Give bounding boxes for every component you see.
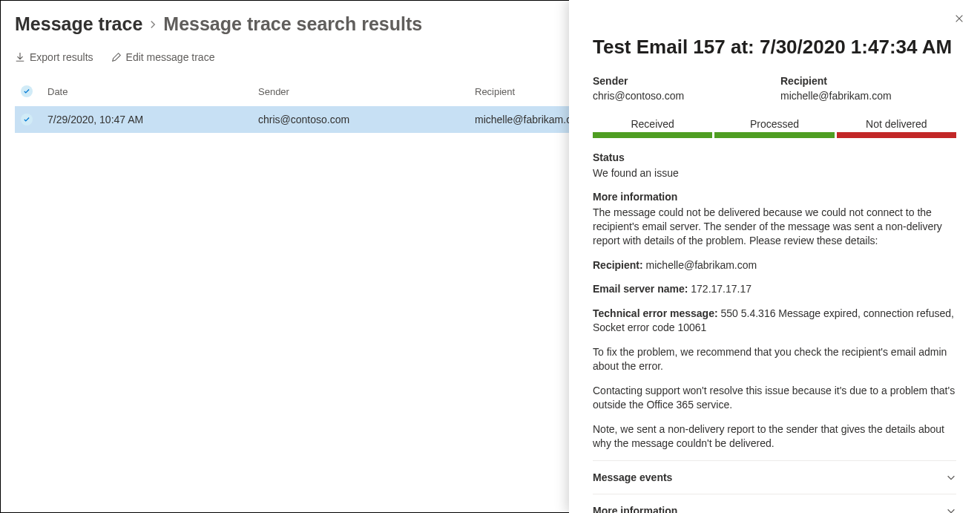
fix-paragraph: To fix the problem, we recommend that yo… xyxy=(593,345,956,373)
breadcrumb-current: Message trace search results xyxy=(163,13,422,35)
chevron-right-icon xyxy=(148,16,157,33)
edit-message-trace-button[interactable]: Edit message trace xyxy=(111,51,215,63)
close-button[interactable] xyxy=(949,9,970,30)
close-icon xyxy=(954,13,964,26)
status-received-label: Received xyxy=(593,118,712,130)
status-received-bar xyxy=(593,132,712,138)
more-info-body: The message could not be delivered becau… xyxy=(593,206,956,451)
note-paragraph: Note, we sent a non-delivery report to t… xyxy=(593,422,956,451)
status-notdelivered-label: Not delivered xyxy=(837,118,956,130)
sender-recipient-row: Sender chris@contoso.com Recipient miche… xyxy=(593,75,956,102)
sender-label: Sender xyxy=(593,75,769,87)
message-events-label: Message events xyxy=(593,471,672,483)
edit-message-trace-label: Edit message trace xyxy=(126,51,215,63)
details-flyout: Test Email 157 at: 7/30/2020 1:47:34 AM … xyxy=(569,0,980,513)
export-results-button[interactable]: Export results xyxy=(15,51,93,63)
more-information-label: More information xyxy=(593,505,677,513)
flyout-title: Test Email 157 at: 7/30/2020 1:47:34 AM xyxy=(593,36,956,59)
message-events-expander[interactable]: Message events xyxy=(593,460,956,494)
delivery-status-bar: Received Processed Not delivered xyxy=(593,118,956,138)
row-date: 7/29/2020, 10:47 AM xyxy=(47,114,258,125)
more-info-heading: More information xyxy=(593,191,956,203)
status-notdelivered-bar xyxy=(837,132,956,138)
export-results-label: Export results xyxy=(30,51,93,63)
pencil-icon xyxy=(111,52,122,62)
download-icon xyxy=(15,52,25,62)
support-paragraph: Contacting support won't resolve this is… xyxy=(593,384,956,412)
status-heading: Status xyxy=(593,151,956,163)
recipient-value: michelle@fabrikam.com xyxy=(780,90,956,102)
detail-error: Technical error message: 550 5.4.316 Mes… xyxy=(593,307,956,335)
column-header-sender[interactable]: Sender xyxy=(258,86,475,97)
status-processed-label: Processed xyxy=(714,118,834,130)
detail-recipient: Recipient: michelle@fabrikam.com xyxy=(593,258,956,272)
more-info-paragraph: The message could not be delivered becau… xyxy=(593,206,956,248)
column-header-date[interactable]: Date xyxy=(47,86,258,97)
more-information-expander[interactable]: More information xyxy=(593,494,956,513)
detail-server: Email server name: 172.17.17.17 xyxy=(593,282,956,296)
breadcrumb-root[interactable]: Message trace xyxy=(15,13,142,35)
select-all-checkbox[interactable] xyxy=(21,85,33,97)
status-processed-bar xyxy=(714,132,834,138)
status-text: We found an issue xyxy=(593,166,956,180)
row-checkbox[interactable] xyxy=(21,114,33,125)
recipient-label: Recipient xyxy=(780,75,956,87)
row-sender: chris@contoso.com xyxy=(258,114,475,125)
sender-value: chris@contoso.com xyxy=(593,90,769,102)
chevron-down-icon xyxy=(946,472,956,483)
chevron-down-icon xyxy=(946,506,956,513)
